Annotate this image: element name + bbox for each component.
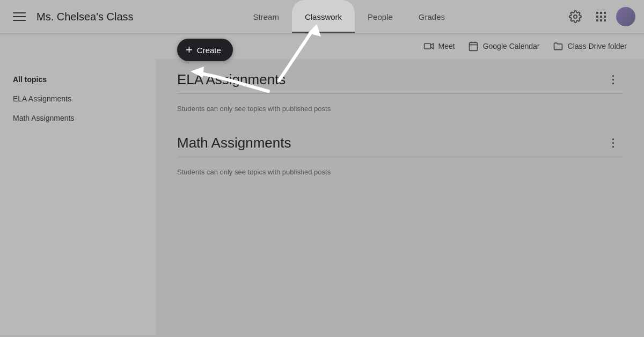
settings-button[interactable] <box>565 6 586 27</box>
create-button[interactable]: + Create <box>177 39 233 61</box>
topic-more-button-ela[interactable]: ⋮ <box>603 70 623 89</box>
topic-empty-message-math: Students can only see topics with publis… <box>177 164 623 180</box>
svg-rect-6 <box>604 16 606 18</box>
svg-point-0 <box>574 15 577 18</box>
topic-title-ela: ELA Assignments <box>177 71 286 88</box>
svg-rect-8 <box>600 19 602 21</box>
sidebar-item-ela-assignments[interactable]: ELA Assignments <box>0 89 156 108</box>
tab-people[interactable]: People <box>355 0 406 33</box>
class-drive-folder-button[interactable]: Class Drive folder <box>553 41 627 52</box>
meet-label: Meet <box>438 42 455 50</box>
topic-header-math: Math Assignments ⋮ <box>177 133 623 157</box>
video-icon <box>423 41 434 52</box>
create-area: + Create <box>177 39 233 61</box>
sub-header-toolbar: Meet Google Calendar Class Drive folder <box>0 33 644 59</box>
class-drive-folder-label: Class Drive folder <box>568 42 627 50</box>
meet-button[interactable]: Meet <box>423 41 455 52</box>
svg-rect-9 <box>604 19 606 21</box>
header-nav: Stream Classwork People Grades <box>134 0 565 33</box>
svg-rect-5 <box>600 16 602 18</box>
topic-section-math: Math Assignments ⋮ Students can only see… <box>177 133 623 180</box>
topic-more-button-math[interactable]: ⋮ <box>603 133 623 152</box>
main-layout: All topics ELA Assignments Math Assignme… <box>0 59 644 335</box>
class-title: Ms. Chelsea's Class <box>36 11 134 23</box>
svg-rect-4 <box>596 16 598 18</box>
tab-classwork[interactable]: Classwork <box>292 0 355 33</box>
avatar-image <box>616 7 635 26</box>
tab-grades[interactable]: Grades <box>406 0 458 33</box>
calendar-icon <box>468 41 479 52</box>
sidebar-item-math-assignments[interactable]: Math Assignments <box>0 108 156 128</box>
create-plus-icon: + <box>186 44 193 56</box>
app-header: Ms. Chelsea's Class Stream Classwork Peo… <box>0 0 644 33</box>
sidebar-item-all-topics[interactable]: All topics <box>0 70 156 89</box>
svg-rect-1 <box>596 12 598 14</box>
svg-rect-3 <box>604 12 606 14</box>
folder-icon <box>553 41 564 52</box>
apps-button[interactable] <box>590 6 612 27</box>
tab-stream[interactable]: Stream <box>240 0 292 33</box>
svg-rect-7 <box>596 19 598 21</box>
topic-title-math: Math Assignments <box>177 135 291 151</box>
header-right <box>565 6 635 27</box>
google-calendar-button[interactable]: Google Calendar <box>468 41 540 52</box>
sidebar: All topics ELA Assignments Math Assignme… <box>0 59 156 335</box>
avatar[interactable] <box>616 7 635 26</box>
header-left: Ms. Chelsea's Class <box>9 6 134 27</box>
topic-empty-message-ela: Students can only see topics with publis… <box>177 100 623 117</box>
google-calendar-label: Google Calendar <box>483 42 540 50</box>
main-content: ELA Assignments ⋮ Students can only see … <box>156 59 644 335</box>
topic-section-ela: ELA Assignments ⋮ Students can only see … <box>177 70 623 117</box>
create-label: Create <box>197 46 221 55</box>
svg-rect-11 <box>469 42 477 50</box>
svg-rect-2 <box>600 12 602 14</box>
svg-rect-10 <box>424 43 430 49</box>
topic-header-ela: ELA Assignments ⋮ <box>177 70 623 94</box>
menu-icon[interactable] <box>9 6 30 27</box>
